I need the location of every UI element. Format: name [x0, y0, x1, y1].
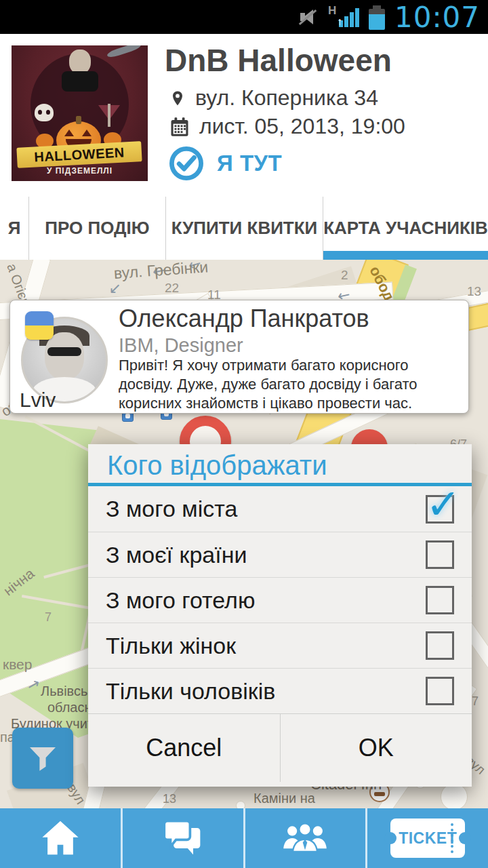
map-label: вул. Гребінки [113, 260, 209, 283]
option-label: Тільки жінок [106, 633, 236, 659]
filter-option-my-hotel[interactable]: З мого готелю [88, 577, 472, 623]
poster-subtitle: У ПІДЗЕМЕЛЛІ [12, 166, 148, 176]
option-label: Тільки чоловіків [106, 678, 275, 705]
option-label: З мого міста [106, 496, 237, 522]
event-datetime: лист. 05, 2013, 19:00 [199, 114, 405, 139]
app-screen: H ↑ 10:07 HALLOWEEN У ПІДЗЕМЕЛЛІ DnB Hal… [0, 0, 488, 868]
poster-banner: HALLOWEEN [16, 141, 142, 168]
checkbox[interactable] [426, 677, 454, 705]
option-label: З мого готелю [106, 587, 255, 614]
option-label: З моєї країни [106, 542, 247, 568]
ukraine-flag-icon [25, 311, 54, 340]
map-label: 7 [45, 610, 52, 625]
participant-name: Олександр Панкратов [119, 304, 369, 333]
map-label: 22 [165, 281, 179, 296]
participants-icon [283, 821, 327, 856]
map-label: Львівськ [41, 684, 94, 699]
map-plaza [441, 783, 468, 810]
filter-dialog: Кого відображати З мого міста З моєї кра… [88, 444, 472, 787]
poster-glass [98, 105, 120, 120]
map-label: 13 [467, 284, 481, 299]
nav-tickets-button[interactable]: TICKET [365, 808, 488, 868]
tab-about-event[interactable]: ПРО ПОДІЮ [28, 197, 165, 260]
nav-participants-button[interactable] [243, 808, 366, 868]
nav-home-button[interactable] [0, 808, 121, 868]
poster-figure-shirt [62, 71, 98, 92]
bottom-nav: TICKET [0, 808, 488, 868]
active-tab-indicator [323, 251, 488, 260]
mute-icon [298, 7, 319, 27]
map-label: Каміни на [253, 791, 315, 806]
status-time: 10:07 [394, 1, 480, 34]
check-circle-icon [168, 145, 205, 182]
poster-scythe [106, 45, 142, 59]
map-label: 13 [163, 792, 176, 806]
filter-icon [26, 742, 59, 774]
chat-icon [163, 818, 203, 858]
tab-bar: Я ПРО ПОДІЮ КУПИТИ КВИТКИ КАРТА УЧАСНИКІ… [0, 197, 488, 260]
map-label: обласн [47, 700, 92, 715]
poster-figure [69, 50, 91, 74]
participant-card[interactable]: Lviv Олександр Панкратов IBM, Designer П… [9, 300, 469, 414]
calendar-icon [169, 116, 190, 138]
event-title: DnB Halloween [165, 42, 483, 79]
network-activity-arrow: ↑ [337, 16, 342, 27]
filter-option-my-country[interactable]: З моєї країни [88, 532, 472, 577]
home-icon [41, 820, 80, 856]
poster-skull [35, 104, 54, 121]
tab-partial[interactable]: Я [0, 197, 28, 260]
event-header: HALLOWEEN У ПІДЗЕМЕЛЛІ DnB Halloween вул… [0, 34, 488, 197]
status-bar: H ↑ 10:07 [0, 0, 488, 34]
im-here-label: Я ТУТ [217, 151, 282, 176]
filter-option-women-only[interactable]: Тільки жінок [88, 623, 472, 668]
im-here-button[interactable]: Я ТУТ [168, 145, 282, 182]
ticket-label: TICKET [399, 829, 457, 848]
location-pin-icon [169, 87, 186, 109]
checkbox[interactable] [426, 631, 454, 660]
event-poster: HALLOWEEN У ПІДЗЕМЕЛЛІ [12, 45, 148, 181]
battery-icon [369, 5, 385, 30]
filter-button[interactable] [12, 728, 73, 789]
ticket-icon: TICKET [390, 818, 465, 858]
checkbox[interactable] [426, 540, 454, 569]
map-label: квер [3, 656, 32, 673]
cancel-button[interactable]: Cancel [88, 714, 280, 782]
dialog-buttons: Cancel OK [88, 713, 472, 782]
nav-chat-button[interactable] [121, 808, 243, 868]
filter-option-men-only[interactable]: Тільки чоловіків [88, 668, 472, 713]
event-address: вул. Коперника 34 [195, 85, 378, 111]
tab-buy-tickets[interactable]: КУПИТИ КВИТКИ [165, 197, 323, 260]
participant-city: Lviv [20, 389, 56, 412]
network-type-label: H [328, 4, 336, 18]
dialog-title: Кого відображати [88, 444, 472, 483]
checkbox[interactable] [426, 586, 454, 614]
ok-button[interactable]: OK [280, 714, 472, 782]
map-label: 2 [341, 268, 348, 283]
participant-message: Привіт! Я хочу отримати багато корисного… [119, 356, 463, 413]
participant-occupation: IBM, Designer [119, 334, 243, 357]
filter-option-my-city[interactable]: З мого міста [88, 486, 472, 532]
signal-strength-icon: H ↑ [328, 5, 359, 28]
checkbox[interactable] [426, 495, 454, 524]
